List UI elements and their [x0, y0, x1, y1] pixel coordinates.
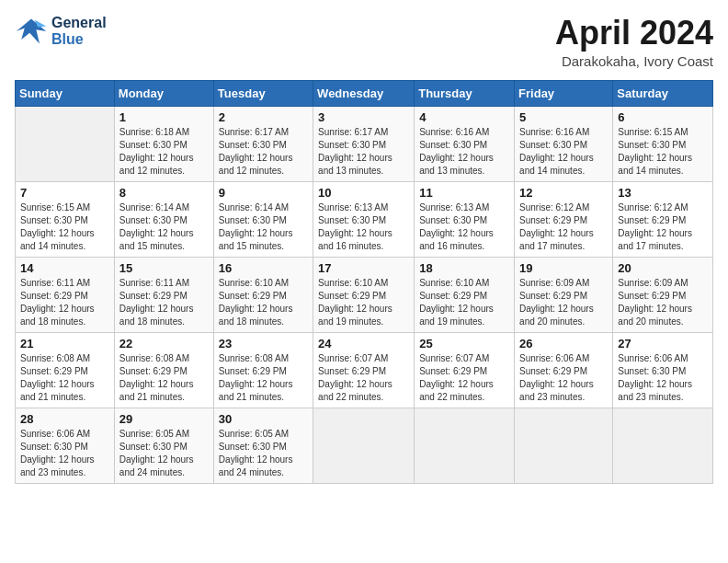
- col-header-monday: Monday: [114, 80, 213, 106]
- day-info: Sunrise: 6:11 AMSunset: 6:29 PMDaylight:…: [119, 277, 209, 328]
- calendar-cell: 17Sunrise: 6:10 AMSunset: 6:29 PMDayligh…: [313, 257, 415, 332]
- day-number: 2: [219, 110, 308, 124]
- calendar-cell: 2Sunrise: 6:17 AMSunset: 6:30 PMDaylight…: [213, 106, 313, 181]
- calendar-week-row: 1Sunrise: 6:18 AMSunset: 6:30 PMDaylight…: [16, 106, 713, 181]
- calendar-cell: [515, 408, 613, 483]
- calendar-cell: 24Sunrise: 6:07 AMSunset: 6:29 PMDayligh…: [313, 332, 415, 408]
- day-number: 30: [219, 412, 308, 426]
- day-info: Sunrise: 6:17 AMSunset: 6:30 PMDaylight:…: [318, 126, 409, 178]
- calendar-cell: 22Sunrise: 6:08 AMSunset: 6:29 PMDayligh…: [114, 332, 213, 408]
- day-number: 1: [119, 110, 209, 124]
- calendar-cell: 19Sunrise: 6:09 AMSunset: 6:29 PMDayligh…: [515, 257, 613, 332]
- day-info: Sunrise: 6:08 AMSunset: 6:29 PMDaylight:…: [119, 352, 209, 404]
- day-number: 16: [219, 261, 308, 275]
- calendar-cell: [415, 408, 515, 483]
- day-info: Sunrise: 6:05 AMSunset: 6:30 PMDaylight:…: [119, 428, 209, 479]
- calendar-cell: 12Sunrise: 6:12 AMSunset: 6:29 PMDayligh…: [515, 181, 613, 257]
- day-number: 12: [519, 186, 608, 200]
- logo: General Blue: [15, 15, 107, 48]
- day-number: 19: [519, 261, 608, 275]
- day-number: 21: [20, 337, 109, 350]
- day-info: Sunrise: 6:18 AMSunset: 6:30 PMDaylight:…: [119, 126, 209, 178]
- calendar-cell: 6Sunrise: 6:15 AMSunset: 6:30 PMDaylight…: [613, 106, 713, 181]
- calendar-cell: 18Sunrise: 6:10 AMSunset: 6:29 PMDayligh…: [415, 257, 515, 332]
- calendar-week-row: 14Sunrise: 6:11 AMSunset: 6:29 PMDayligh…: [16, 257, 713, 332]
- day-number: 11: [419, 186, 509, 200]
- day-info: Sunrise: 6:17 AMSunset: 6:30 PMDaylight:…: [219, 126, 308, 178]
- month-year-title: April 2024: [555, 15, 713, 52]
- col-header-thursday: Thursday: [415, 80, 515, 106]
- day-info: Sunrise: 6:06 AMSunset: 6:30 PMDaylight:…: [618, 352, 708, 404]
- calendar-cell: 13Sunrise: 6:12 AMSunset: 6:29 PMDayligh…: [613, 181, 713, 257]
- day-number: 29: [119, 412, 209, 426]
- calendar-cell: 8Sunrise: 6:14 AMSunset: 6:30 PMDaylight…: [114, 181, 213, 257]
- calendar-cell: 16Sunrise: 6:10 AMSunset: 6:29 PMDayligh…: [213, 257, 313, 332]
- day-info: Sunrise: 6:05 AMSunset: 6:30 PMDaylight:…: [219, 428, 308, 479]
- calendar-cell: 5Sunrise: 6:16 AMSunset: 6:30 PMDaylight…: [515, 106, 613, 181]
- calendar-week-row: 21Sunrise: 6:08 AMSunset: 6:29 PMDayligh…: [16, 332, 713, 408]
- day-info: Sunrise: 6:08 AMSunset: 6:29 PMDaylight:…: [20, 352, 109, 404]
- col-header-friday: Friday: [515, 80, 613, 106]
- day-info: Sunrise: 6:14 AMSunset: 6:30 PMDaylight:…: [219, 201, 308, 253]
- day-info: Sunrise: 6:10 AMSunset: 6:29 PMDaylight:…: [419, 277, 509, 328]
- day-info: Sunrise: 6:07 AMSunset: 6:29 PMDaylight:…: [318, 352, 409, 404]
- calendar-cell: 15Sunrise: 6:11 AMSunset: 6:29 PMDayligh…: [114, 257, 213, 332]
- calendar-cell: 25Sunrise: 6:07 AMSunset: 6:29 PMDayligh…: [415, 332, 515, 408]
- day-info: Sunrise: 6:10 AMSunset: 6:29 PMDaylight:…: [318, 277, 409, 328]
- day-number: 15: [119, 261, 209, 275]
- calendar-cell: 4Sunrise: 6:16 AMSunset: 6:30 PMDaylight…: [415, 106, 515, 181]
- calendar-cell: 29Sunrise: 6:05 AMSunset: 6:30 PMDayligh…: [114, 408, 213, 483]
- day-info: Sunrise: 6:12 AMSunset: 6:29 PMDaylight:…: [519, 201, 608, 253]
- day-number: 27: [618, 337, 708, 350]
- calendar-cell: 11Sunrise: 6:13 AMSunset: 6:30 PMDayligh…: [415, 181, 515, 257]
- day-number: 9: [219, 186, 308, 200]
- day-info: Sunrise: 6:16 AMSunset: 6:30 PMDaylight:…: [419, 126, 509, 178]
- calendar-cell: 9Sunrise: 6:14 AMSunset: 6:30 PMDaylight…: [213, 181, 313, 257]
- calendar-cell: 26Sunrise: 6:06 AMSunset: 6:29 PMDayligh…: [515, 332, 613, 408]
- calendar-table: SundayMondayTuesdayWednesdayThursdayFrid…: [15, 80, 713, 484]
- calendar-cell: 1Sunrise: 6:18 AMSunset: 6:30 PMDaylight…: [114, 106, 213, 181]
- calendar-cell: 30Sunrise: 6:05 AMSunset: 6:30 PMDayligh…: [213, 408, 313, 483]
- day-info: Sunrise: 6:08 AMSunset: 6:29 PMDaylight:…: [219, 352, 308, 404]
- day-info: Sunrise: 6:13 AMSunset: 6:30 PMDaylight:…: [419, 201, 509, 253]
- day-info: Sunrise: 6:13 AMSunset: 6:30 PMDaylight:…: [318, 201, 409, 253]
- day-number: 4: [419, 110, 509, 124]
- day-number: 23: [219, 337, 308, 350]
- day-number: 25: [419, 337, 509, 350]
- day-info: Sunrise: 6:06 AMSunset: 6:30 PMDaylight:…: [20, 428, 109, 479]
- day-number: 24: [318, 337, 409, 350]
- day-info: Sunrise: 6:14 AMSunset: 6:30 PMDaylight:…: [119, 201, 209, 253]
- day-number: 7: [20, 186, 109, 200]
- day-number: 17: [318, 261, 409, 275]
- day-number: 28: [20, 412, 109, 426]
- day-number: 5: [519, 110, 608, 124]
- calendar-cell: 10Sunrise: 6:13 AMSunset: 6:30 PMDayligh…: [313, 181, 415, 257]
- day-info: Sunrise: 6:15 AMSunset: 6:30 PMDaylight:…: [20, 201, 109, 253]
- calendar-header-row: SundayMondayTuesdayWednesdayThursdayFrid…: [16, 80, 713, 106]
- calendar-cell: 27Sunrise: 6:06 AMSunset: 6:30 PMDayligh…: [613, 332, 713, 408]
- logo-bird-icon: [15, 15, 48, 48]
- calendar-cell: [613, 408, 713, 483]
- calendar-cell: 3Sunrise: 6:17 AMSunset: 6:30 PMDaylight…: [313, 106, 415, 181]
- logo-text: General Blue: [51, 15, 107, 48]
- col-header-tuesday: Tuesday: [213, 80, 313, 106]
- page-header: General Blue April 2024 Darakokaha, Ivor…: [15, 15, 713, 69]
- day-number: 22: [119, 337, 209, 350]
- day-info: Sunrise: 6:15 AMSunset: 6:30 PMDaylight:…: [618, 126, 708, 178]
- calendar-cell: [313, 408, 415, 483]
- title-block: April 2024 Darakokaha, Ivory Coast: [555, 15, 713, 69]
- calendar-cell: 14Sunrise: 6:11 AMSunset: 6:29 PMDayligh…: [16, 257, 115, 332]
- calendar-week-row: 28Sunrise: 6:06 AMSunset: 6:30 PMDayligh…: [16, 408, 713, 483]
- day-number: 13: [618, 186, 708, 200]
- svg-marker-0: [17, 19, 46, 44]
- day-number: 20: [618, 261, 708, 275]
- day-info: Sunrise: 6:07 AMSunset: 6:29 PMDaylight:…: [419, 352, 509, 404]
- day-number: 14: [20, 261, 109, 275]
- day-number: 3: [318, 110, 409, 124]
- calendar-cell: 20Sunrise: 6:09 AMSunset: 6:29 PMDayligh…: [613, 257, 713, 332]
- day-number: 26: [519, 337, 608, 350]
- col-header-saturday: Saturday: [613, 80, 713, 106]
- day-number: 6: [618, 110, 708, 124]
- col-header-wednesday: Wednesday: [313, 80, 415, 106]
- calendar-cell: 23Sunrise: 6:08 AMSunset: 6:29 PMDayligh…: [213, 332, 313, 408]
